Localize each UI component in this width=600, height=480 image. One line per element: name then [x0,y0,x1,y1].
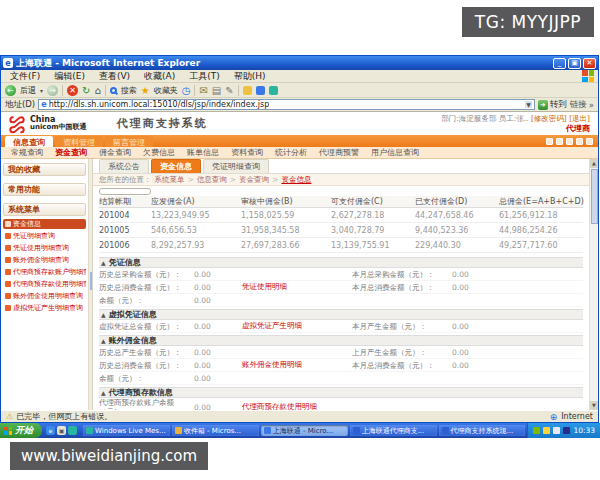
sidebar-section-menu[interactable]: 系统菜单 [3,203,86,216]
detail-link[interactable]: 代理商预存款使用明细 [242,402,352,410]
back-icon[interactable]: ← [5,85,16,96]
quick-desktop-icon[interactable]: ▣ [57,426,66,435]
filter-input[interactable] [99,188,151,195]
main-tab[interactable]: 凭证明细查询 [203,159,269,173]
nav-icon-5[interactable] [586,138,593,145]
tray-update-icon[interactable] [543,427,550,434]
task-button[interactable]: 代理商支持系统现... [439,425,526,436]
quick-messenger-icon[interactable] [68,426,77,435]
refresh-icon[interactable]: ↻ [82,85,90,96]
secondary-nav-item[interactable]: 用户信息查询 [365,147,425,158]
collapse-triangle-icon[interactable]: ▲ [101,311,106,318]
sidebar-menu-item[interactable]: 资金信息 [3,219,86,229]
menu-item[interactable]: 查看(V) [92,70,137,83]
forward-icon[interactable]: → [47,85,58,96]
sidebar-menu-item[interactable]: 代理商预存款使用明细查询 [3,279,86,289]
links-menu[interactable]: 链接 » [570,99,594,111]
window-titlebar[interactable]: e 上海联通 - Microsoft Internet Explorer _ ▣… [1,56,598,70]
messenger-icon[interactable] [256,86,265,95]
secondary-nav-item[interactable]: 资料查询 [225,147,269,158]
scrollbar-thumb[interactable] [591,169,598,224]
sidebar-splitter[interactable] [89,159,93,410]
cell-total: 49,257,717.60 [499,241,583,250]
tray-network-icon[interactable] [563,427,570,434]
tray-volume-icon[interactable] [553,427,560,434]
secondary-nav-item[interactable]: 账单信息 [181,147,225,158]
secondary-nav-item[interactable]: 代理商预警 [313,147,365,158]
search-icon[interactable] [110,87,117,94]
menu-item[interactable]: 工具(T) [182,70,227,83]
sidebar-menu-item[interactable]: 代理商预存款账户明细查询 [3,267,86,277]
main-tab[interactable]: 系统公告 [99,159,149,173]
menu-item[interactable]: 文件(F) [3,70,47,83]
tray-shield-icon[interactable] [533,427,540,434]
secondary-nav-item[interactable]: 欠费信息 [137,147,181,158]
home-icon[interactable]: ⌂ [94,85,100,96]
primary-nav-tab[interactable]: 信息查询 [5,136,53,147]
go-button[interactable]: ➜ 转到 [538,99,567,111]
search-label[interactable]: 搜索 [121,85,137,96]
menu-item[interactable]: 帮助(H) [227,70,273,83]
collapse-triangle-icon[interactable]: ▲ [101,337,106,344]
main-tab[interactable]: 资金信息 [151,159,201,173]
print-icon[interactable]: ▤ [212,85,221,96]
tray-clock[interactable]: 10:33 [573,426,595,435]
stop-icon[interactable]: ✕ [67,85,78,96]
edit-icon[interactable]: ✎ [225,85,233,96]
primary-nav-tab[interactable]: 资料管理 [55,136,103,147]
primary-nav-tab[interactable]: 留言管理 [105,136,153,147]
logout-link[interactable]: [退出] [569,114,590,123]
detail-link[interactable]: 账外佣金使用明细 [242,360,352,370]
detail-link[interactable]: 虚拟凭证产生明细 [242,321,352,331]
favorites-label[interactable]: 收藏夹 [154,85,178,96]
change-password-link[interactable]: [修改密码] [531,114,567,123]
mail-icon[interactable]: ✉ [199,85,207,96]
breadcrumb-link[interactable]: 资金查询 [239,175,269,185]
breadcrumb-link[interactable]: 系统菜单 [155,175,185,185]
address-dropdown-icon[interactable]: ▼ [525,101,532,108]
address-input[interactable]: e http://dls.sh.unicom.local:15010/dls/j… [38,99,535,110]
vertical-scrollbar[interactable]: ▲ ▼ [589,159,598,410]
menu-item[interactable]: 收藏(A) [137,70,182,83]
detail-link[interactable]: 凭证使用明细 [242,282,352,292]
secondary-nav-item[interactable]: 资金查询 [49,147,93,158]
task-button[interactable]: Windows Live Mes... [83,425,170,436]
sidebar-menu-item[interactable]: 凭证使用明细查询 [3,243,86,253]
menu-item[interactable]: 编辑(E) [47,70,92,83]
minimize-button[interactable]: _ [553,58,566,69]
scroll-up-icon[interactable]: ▲ [590,159,599,168]
window-controls: _ ▣ ✕ [553,58,596,69]
start-button[interactable]: 开始 [0,423,42,438]
secondary-nav-item[interactable]: 统计分析 [269,147,313,158]
close-button[interactable]: ✕ [583,58,596,69]
collapse-triangle-icon[interactable]: ▲ [101,259,106,266]
nav-icon-4[interactable] [576,138,583,145]
task-button[interactable]: 上海联通代理商支... [350,425,437,436]
sidebar-section-common[interactable]: 常用功能 [3,183,86,196]
discuss-icon[interactable] [269,86,278,95]
favorites-star-icon[interactable]: ★ [141,85,150,96]
nav-icon-2[interactable] [556,138,563,145]
collapse-triangle-icon[interactable]: ▲ [101,389,106,396]
sidebar-menu-item[interactable]: 账外佣金使用明细查询 [3,291,86,301]
task-app-icon [175,427,182,434]
back-dropdown-icon[interactable]: ▾ [40,87,43,94]
back-label[interactable]: 后退 [20,85,36,96]
task-button[interactable]: 上海联通 - Micro... [261,425,348,436]
folder-icon[interactable] [243,86,252,95]
sidebar-menu-item[interactable]: 账外佣金明细查询 [3,255,86,265]
task-button[interactable]: 收件箱 - Micros... [172,425,259,436]
quick-ie-icon[interactable]: e [46,426,55,435]
history-icon[interactable]: ◷ [182,85,191,96]
restore-button[interactable]: ▣ [568,58,581,69]
sidebar-menu-item[interactable]: 虚拟凭证产生明细查询 [3,303,86,313]
main-tab-bar: 系统公告资金信息凭证明细查询 [93,159,589,174]
breadcrumb-link[interactable]: 信息查询 [197,175,227,185]
sidebar-section-favorites[interactable]: 我的收藏 [3,163,86,176]
sidebar-menu-item[interactable]: 凭证明细查询 [3,231,86,241]
secondary-nav-item[interactable]: 常规查询 [5,147,49,158]
scroll-down-icon[interactable]: ▼ [590,401,599,410]
nav-icon-3[interactable] [566,138,573,145]
secondary-nav-item[interactable]: 佣金查询 [93,147,137,158]
nav-icon-1[interactable] [546,138,553,145]
